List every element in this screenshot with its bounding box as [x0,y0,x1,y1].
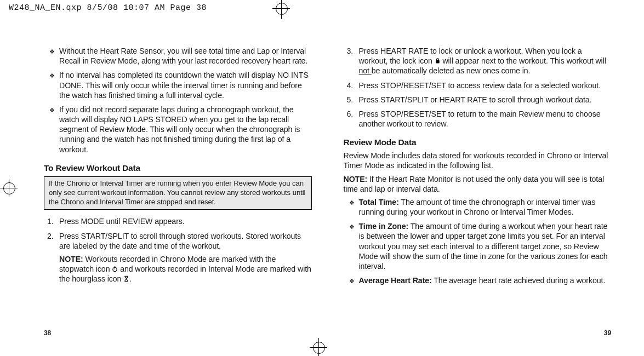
body-text: If no interval has completed its countdo… [59,71,309,99]
body-text: Review Mode includes data stored for wor… [344,151,612,170]
body-text: Press START/SPLIT or HEART RATE to scrol… [359,95,592,104]
body-text: The average heart rate achieved during a… [432,276,606,285]
list-item: Press HEART RATE to lock or unlock a wor… [344,46,612,81]
list-item: Press START/SPLIT to scroll through stor… [44,231,312,289]
bullet-icon: ❖ [49,72,55,79]
body-text: Press STOP/RESET/SET to access review da… [359,81,601,90]
bullet-list: ❖Total Time: The amount of time the chro… [344,197,612,290]
body-text: . [129,274,132,283]
bullet-icon: ❖ [49,48,55,55]
note-text: NOTE: If the Heart Rate Monitor is not u… [344,174,612,194]
body-text: be automatically deleted as new ones com… [372,66,531,75]
registration-mark [276,3,288,15]
svg-line-3 [117,267,117,267]
ordered-list: Press MODE until REVIEW appears. Press S… [44,216,312,288]
bullet-icon: ❖ [49,106,55,114]
note-label: NOTE: [59,255,83,263]
body-text: Press STOP/RESET/SET to return to the ma… [359,110,601,128]
body-text: If you did not record separate laps duri… [59,105,300,154]
term-label: Time in Zone: [359,222,409,231]
note-label: NOTE: [344,175,368,183]
list-item: ❖Average Heart Rate: The average heart r… [344,275,612,290]
page-right: Press HEART RATE to lock or unlock a wor… [344,46,612,337]
bullet-icon: ❖ [349,277,355,285]
page-number: 39 [604,329,611,337]
underlined-text: not [359,66,372,75]
page-spread: ❖Without the Heart Rate Sensor, you will… [44,46,611,337]
note-text: NOTE: Workouts recorded in Chrono Mode a… [59,254,312,284]
term-label: Total Time: [359,198,399,206]
list-item: Press STOP/RESET/SET to access review da… [344,81,612,95]
bullet-icon: ❖ [349,199,355,206]
page-number: 38 [44,329,51,337]
list-item: ❖Without the Heart Rate Sensor, you will… [44,46,312,70]
bullet-icon: ❖ [349,223,355,231]
body-text: Press MODE until REVIEW appears. [59,217,185,226]
list-item: Press START/SPLIT or HEART RATE to scrol… [344,95,612,109]
registration-mark [3,182,15,194]
list-item: ❖If no interval has completed its countd… [44,70,312,105]
bullet-list: ❖Without the Heart Rate Sensor, you will… [44,46,312,159]
list-item: ❖Total Time: The amount of time the chro… [344,197,612,221]
list-item: Press STOP/RESET/SET to return to the ma… [344,109,612,133]
svg-rect-1 [115,266,116,267]
list-item: ❖Time in Zone: The amount of time during… [344,221,612,275]
section-heading: To Review Workout Data [44,163,312,173]
lock-icon [435,58,441,64]
section-heading: Review Mode Data [344,137,612,147]
list-item: Press MODE until REVIEW appears. [44,216,312,231]
registration-mark [313,342,325,354]
body-text: Press START/SPLIT to scroll through stor… [59,232,301,250]
page-left: ❖Without the Heart Rate Sensor, you will… [44,46,312,337]
body-text: will appear next to the workout. This wo… [441,56,606,65]
body-text: If the Heart Rate Monitor is not used th… [344,175,605,193]
prepress-slug: W248_NA_EN.qxp 8/5/08 10:07 AM Page 38 [9,3,207,13]
body-text: Without the Heart Rate Sensor, you will … [59,47,307,65]
hourglass-icon [123,275,129,282]
ordered-list: Press HEART RATE to lock or unlock a wor… [344,46,612,133]
stopwatch-icon [112,266,118,272]
callout-box: If the Chrono or Interval Timer are runn… [44,176,312,210]
list-item: ❖If you did not record separate laps dur… [44,105,312,159]
term-label: Average Heart Rate: [359,276,432,285]
svg-rect-4 [436,60,439,64]
